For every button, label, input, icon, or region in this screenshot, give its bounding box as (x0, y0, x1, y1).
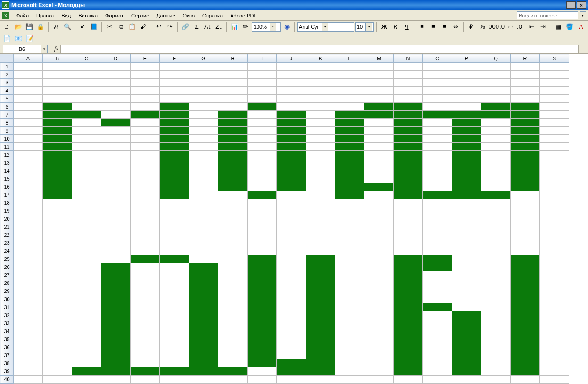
cell[interactable] (160, 223, 189, 231)
cell[interactable] (423, 279, 452, 287)
cell[interactable] (189, 79, 218, 87)
cell[interactable] (189, 167, 218, 175)
cell[interactable] (248, 335, 277, 343)
cell[interactable] (72, 127, 101, 135)
cell[interactable] (131, 231, 160, 239)
cell[interactable] (101, 255, 131, 263)
cell[interactable] (131, 119, 160, 127)
cell[interactable] (189, 303, 218, 311)
cell[interactable] (277, 119, 306, 127)
bold-button[interactable]: Ж (379, 22, 389, 32)
cell[interactable] (364, 215, 394, 223)
row-header[interactable]: 29 (0, 287, 14, 295)
cell[interactable] (364, 175, 394, 183)
cell[interactable] (14, 63, 43, 71)
cell[interactable] (364, 311, 394, 319)
cell[interactable] (218, 271, 248, 279)
cell[interactable] (72, 359, 101, 367)
cell[interactable] (218, 319, 248, 327)
cell[interactable] (540, 335, 569, 343)
cell[interactable] (540, 376, 569, 384)
cell[interactable] (131, 79, 160, 87)
cell[interactable] (160, 311, 189, 319)
column-header[interactable]: J (277, 54, 306, 63)
cell[interactable] (394, 151, 423, 159)
cell[interactable] (14, 311, 43, 319)
cell[interactable] (511, 95, 540, 103)
cell[interactable] (72, 79, 101, 87)
cell[interactable] (364, 143, 394, 151)
cell[interactable] (423, 103, 452, 111)
font-color-icon[interactable]: A (576, 22, 586, 32)
cell[interactable] (131, 167, 160, 175)
sort-asc-icon[interactable]: A↓ (203, 22, 213, 32)
cell[interactable] (306, 231, 335, 239)
cell[interactable] (14, 223, 43, 231)
cell[interactable] (72, 207, 101, 215)
cell[interactable] (511, 183, 540, 191)
underline-button[interactable]: Ч (401, 22, 412, 32)
cell[interactable] (306, 71, 335, 79)
cell[interactable] (218, 119, 248, 127)
cell[interactable] (540, 367, 569, 376)
cell[interactable] (248, 215, 277, 223)
cell[interactable] (306, 151, 335, 159)
cell[interactable] (131, 183, 160, 191)
cell[interactable] (481, 223, 511, 231)
cell[interactable] (14, 335, 43, 343)
cell[interactable] (160, 327, 189, 335)
cell[interactable] (72, 191, 101, 199)
decrease-decimal-icon[interactable]: ←.0 (511, 22, 522, 32)
cell[interactable] (423, 199, 452, 207)
cell[interactable] (277, 359, 306, 367)
cell[interactable] (131, 327, 160, 335)
cell[interactable] (72, 376, 101, 384)
cell[interactable] (189, 183, 218, 191)
cell[interactable] (335, 271, 364, 279)
cell[interactable] (248, 295, 277, 303)
cell[interactable] (101, 359, 131, 367)
cell[interactable] (511, 167, 540, 175)
cell[interactable] (14, 151, 43, 159)
cell[interactable] (72, 279, 101, 287)
cell[interactable] (43, 199, 72, 207)
cell[interactable] (277, 167, 306, 175)
cell[interactable] (511, 103, 540, 111)
cell[interactable] (101, 367, 131, 376)
cell[interactable] (277, 135, 306, 143)
cell[interactable] (160, 351, 189, 359)
cell[interactable] (277, 255, 306, 263)
cell[interactable] (452, 279, 481, 287)
cell[interactable] (218, 151, 248, 159)
row-header[interactable]: 28 (0, 279, 14, 287)
cell[interactable] (14, 127, 43, 135)
cell[interactable] (218, 343, 248, 351)
column-header[interactable]: N (394, 54, 423, 63)
cell[interactable] (101, 376, 131, 384)
cell[interactable] (248, 159, 277, 167)
cell[interactable] (101, 143, 131, 151)
row-header[interactable]: 6 (0, 103, 14, 111)
cell[interactable] (14, 207, 43, 215)
cell[interactable] (189, 127, 218, 135)
cell[interactable] (335, 151, 364, 159)
cell[interactable] (277, 247, 306, 255)
cell[interactable] (218, 295, 248, 303)
cell[interactable] (101, 295, 131, 303)
cell[interactable] (452, 247, 481, 255)
cell[interactable] (277, 311, 306, 319)
cell[interactable] (277, 287, 306, 295)
row-header[interactable]: 40 (0, 376, 14, 384)
cell[interactable] (394, 295, 423, 303)
cell[interactable] (452, 175, 481, 183)
cell[interactable] (452, 183, 481, 191)
cell[interactable] (218, 127, 248, 135)
cell[interactable] (423, 79, 452, 87)
cell[interactable] (218, 159, 248, 167)
cell[interactable] (540, 287, 569, 295)
cell[interactable] (72, 199, 101, 207)
cell[interactable] (14, 319, 43, 327)
cell[interactable] (364, 183, 394, 191)
cell[interactable] (43, 119, 72, 127)
cell[interactable] (423, 151, 452, 159)
